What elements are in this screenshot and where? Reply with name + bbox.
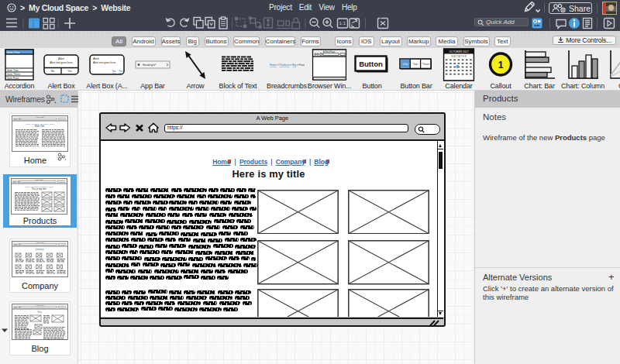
svg-text:One: One bbox=[403, 63, 408, 66]
svg-text:Item One: Item One bbox=[7, 50, 20, 54]
svg-text:Yes: Yes bbox=[67, 70, 72, 73]
svg-text:Blog: Blog bbox=[37, 311, 42, 314]
svg-text:S M T W T F S: S M T W T F S bbox=[451, 55, 467, 58]
svg-text:OCTOBER 2017: OCTOBER 2017 bbox=[449, 50, 468, 53]
svg-text:A Web Page: A Web Page bbox=[323, 50, 336, 53]
svg-text:A Web Page: A Web Page bbox=[35, 242, 45, 243]
svg-text:Alert: Alert bbox=[93, 57, 100, 60]
svg-text:Home > Products > Big > Featur: Home > Products > Big > Features bbox=[270, 64, 305, 67]
svg-text:Item Three: Item Three bbox=[7, 73, 20, 76]
svg-text:Item Four: Item Four bbox=[7, 77, 19, 80]
svg-text:1: 1 bbox=[498, 60, 504, 70]
svg-text:Heading: Heading bbox=[143, 64, 153, 67]
svg-text:Alert: Alert bbox=[58, 57, 65, 60]
svg-text:A Web Page: A Web Page bbox=[34, 179, 44, 180]
svg-text:A Web Page: A Web Page bbox=[35, 304, 45, 306]
svg-text:Three: Three bbox=[422, 63, 429, 66]
svg-text:Yes: Yes bbox=[119, 70, 123, 73]
svg-text:No: No bbox=[112, 70, 115, 73]
svg-text:This is my title: This is my title bbox=[31, 187, 46, 191]
svg-text:Alert text goes here: Alert text goes here bbox=[50, 61, 73, 64]
svg-text:Company: Company bbox=[35, 248, 44, 251]
svg-text:A Web Page: A Web Page bbox=[35, 116, 45, 118]
svg-text:1:1: 1:1 bbox=[339, 20, 346, 26]
svg-text:Two: Two bbox=[413, 63, 418, 66]
svg-text:Alert text goes here: Alert text goes here bbox=[93, 61, 116, 64]
svg-text:Item Two: Item Two bbox=[7, 69, 19, 72]
svg-text:No: No bbox=[51, 70, 54, 73]
svg-text:Button: Button bbox=[359, 60, 383, 68]
svg-text:Web Title: Web Title bbox=[35, 125, 45, 128]
